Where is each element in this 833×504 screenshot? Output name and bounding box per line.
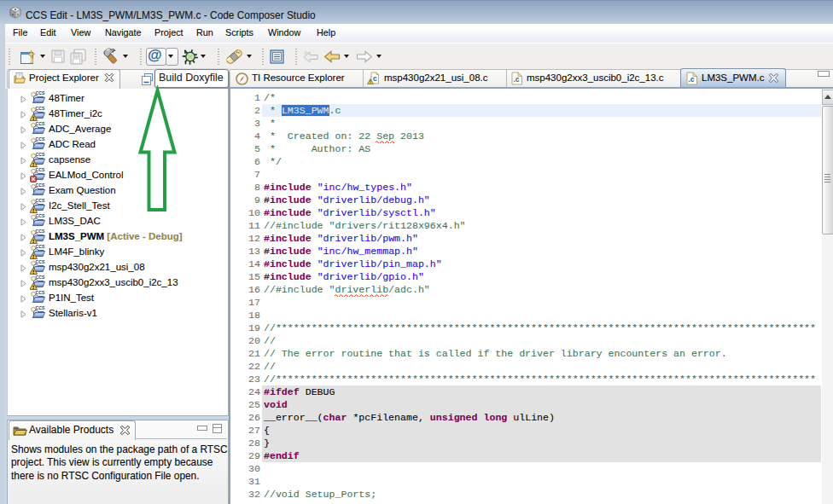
svg-text:CCS: CCS bbox=[36, 90, 45, 96]
svg-text:CCS: CCS bbox=[36, 136, 45, 142]
svg-text:CCS: CCS bbox=[36, 121, 45, 126]
svg-text:CCS: CCS bbox=[36, 275, 45, 280]
svg-text:CCS: CCS bbox=[36, 305, 45, 310]
svg-text:CCS: CCS bbox=[36, 290, 45, 295]
svg-text:CCS: CCS bbox=[36, 259, 45, 264]
svg-text:CCS: CCS bbox=[36, 167, 45, 172]
svg-text:!: ! bbox=[370, 79, 371, 84]
svg-text:CCS: CCS bbox=[36, 152, 45, 157]
svg-text:CCS: CCS bbox=[36, 244, 45, 249]
svg-text:CCS: CCS bbox=[36, 106, 45, 111]
svg-text:CCS: CCS bbox=[36, 213, 45, 218]
svg-text:CCS: CCS bbox=[36, 198, 45, 203]
svg-text:CCS: CCS bbox=[36, 182, 45, 188]
svg-text:.c: .c bbox=[514, 75, 520, 84]
svg-text:c: c bbox=[373, 74, 377, 83]
svg-text:.c: .c bbox=[689, 75, 695, 84]
svg-text:CCS: CCS bbox=[36, 229, 45, 234]
